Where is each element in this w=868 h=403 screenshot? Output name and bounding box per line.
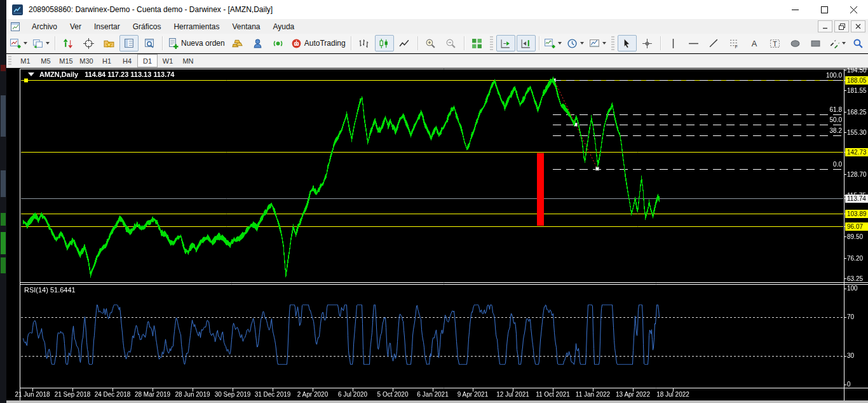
chevron-down-icon[interactable] (46, 42, 50, 44)
toolbox-button[interactable] (119, 35, 139, 51)
arrows-icon (829, 38, 839, 49)
background-fragment (1, 170, 6, 197)
timeframe-h1-button[interactable]: H1 (97, 54, 117, 67)
navigator-button[interactable] (140, 35, 159, 51)
mdi-minimize-button[interactable] (818, 20, 832, 32)
signals-button[interactable] (269, 35, 288, 51)
background-window-strip (0, 0, 6, 403)
gold-bars-button[interactable] (228, 35, 247, 51)
close-button[interactable] (839, 0, 868, 19)
price-scale-label: 89.50 (847, 233, 863, 241)
indicators-icon (545, 38, 555, 49)
window-title: 2089058860: Darwinex-Demo - Cuenta demo … (29, 5, 273, 14)
price-scale-label: 181.55 (847, 86, 867, 95)
data-window-icon (83, 38, 94, 49)
ellipse-button[interactable] (786, 35, 805, 51)
trendline-button[interactable] (705, 35, 724, 51)
menu-ver[interactable]: Ver (64, 20, 88, 33)
timeframe-buttons: M1M5M15M30H1H4D1W1MN (15, 54, 198, 67)
templates-button[interactable] (587, 35, 608, 51)
rectangle-button[interactable] (806, 35, 825, 51)
svg-text:A: A (752, 39, 757, 48)
timeframe-h4-button[interactable]: H4 (117, 54, 137, 67)
menu-bar: ArchivoVerInsertarGráficosHerramientasVe… (6, 19, 868, 34)
timeframe-m1-button[interactable]: M1 (15, 54, 36, 67)
toolbar-separator (162, 36, 163, 50)
new-chart-button[interactable] (8, 35, 29, 51)
metaeditor-icon (252, 38, 263, 49)
data-window-button[interactable] (79, 35, 98, 51)
cursor-button[interactable] (618, 35, 637, 51)
toolbar-drag-handle[interactable] (611, 36, 614, 50)
periods-button[interactable] (565, 35, 586, 51)
favorites-button[interactable] (99, 35, 118, 51)
background-fragment (1, 95, 6, 137)
fibonacci-level-label: 50.0 (830, 116, 842, 123)
timeframe-w1-button[interactable]: W1 (158, 54, 178, 67)
chart-symbol-row: AMZN,Daily 114.84 117.23 113.13 113.74 (28, 71, 174, 78)
menu-insertar[interactable]: Insertar (88, 20, 126, 33)
horizontal-line-button[interactable] (684, 35, 703, 51)
menu-ayuda[interactable]: Ayuda (266, 20, 301, 33)
toolbar-drag-handle[interactable] (8, 56, 11, 66)
price-scale-label: 168.25 (847, 108, 867, 116)
candles-chart-icon (379, 38, 390, 49)
price-scale-label: 63.25 (847, 275, 863, 283)
metaeditor-button[interactable] (248, 35, 268, 51)
candles-chart-button[interactable] (375, 35, 394, 51)
chevron-down-icon[interactable] (558, 42, 562, 44)
bars-chart-button[interactable] (355, 35, 374, 51)
menu-grficos[interactable]: Gráficos (126, 20, 168, 33)
timeframe-m30-button[interactable]: M30 (76, 54, 97, 67)
background-fragment (1, 257, 6, 273)
timeframe-mn-button[interactable]: MN (178, 54, 198, 67)
crosshair-button[interactable] (638, 35, 657, 51)
market-watch-button[interactable] (58, 35, 78, 51)
text-label-button[interactable]: T (766, 35, 785, 51)
auto-scroll-button[interactable] (496, 35, 515, 51)
maximize-button[interactable] (810, 0, 839, 19)
timeframe-m15-button[interactable]: M15 (56, 54, 76, 67)
line-chart-button[interactable] (395, 35, 414, 51)
toolbar-drag-handle[interactable] (490, 36, 493, 50)
zoom-out-button[interactable] (442, 35, 461, 51)
chart-window-icon[interactable] (10, 22, 20, 32)
autotrading-button[interactable]: AutoTrading (289, 35, 348, 51)
menu-herramientas[interactable]: Herramientas (167, 20, 226, 33)
date-scale-label: 28 Jun 2019 (175, 391, 210, 398)
date-scale-label: 12 Jul 2021 (496, 391, 529, 398)
price-level-tag: 96.07 (845, 222, 868, 231)
date-scale-label: 24 Dec 2018 (95, 391, 131, 398)
new-order-button[interactable]: Nueva orden (166, 35, 227, 51)
chevron-down-icon[interactable] (580, 42, 584, 44)
fibonacci-button[interactable]: F (725, 35, 744, 51)
mdi-close-button[interactable] (851, 20, 865, 32)
rsi-scale-label: 70 (847, 313, 854, 321)
date-scale-label: 6 Jan 2021 (417, 391, 449, 398)
autotrading-label: AutoTrading (304, 39, 346, 48)
vertical-line-button[interactable] (664, 35, 683, 51)
minimize-button[interactable] (780, 0, 810, 19)
chevron-down-icon[interactable] (602, 42, 606, 44)
chevron-down-icon[interactable] (842, 42, 846, 44)
search-button[interactable] (849, 35, 868, 51)
chart-shift-button[interactable] (517, 35, 536, 51)
toolbar-separator (539, 36, 539, 50)
indicators-button[interactable] (543, 35, 564, 51)
mdi-restore-button[interactable] (834, 20, 849, 32)
periods-icon (567, 38, 578, 49)
menu-archivo[interactable]: Archivo (25, 20, 64, 33)
fibonacci-level-label: 38.2 (830, 127, 842, 134)
zoom-in-button[interactable] (421, 35, 440, 51)
menu-ventana[interactable]: Ventana (226, 20, 266, 33)
arrows-button[interactable] (827, 35, 848, 51)
chevron-down-icon[interactable] (24, 42, 27, 44)
timeframe-d1-button[interactable]: D1 (137, 54, 158, 67)
toolbar: Nueva ordenAutoTradingFAT 1 (6, 34, 868, 53)
one-click-trading-arrow-icon[interactable] (28, 72, 34, 76)
tile-windows-button[interactable] (468, 35, 487, 51)
price-scale-label: 128.70 (847, 170, 867, 179)
profiles-button[interactable] (31, 35, 51, 51)
timeframe-m5-button[interactable]: M5 (36, 54, 56, 67)
text-button[interactable]: A (745, 35, 764, 51)
